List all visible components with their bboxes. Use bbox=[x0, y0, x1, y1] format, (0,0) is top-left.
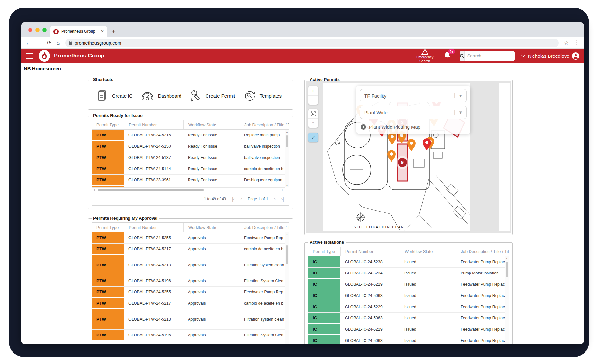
permit-type-cell[interactable]: IC bbox=[308, 313, 340, 324]
table-row[interactable]: IC GLOBAL-IC-24-5234 Issued Pump Motor I… bbox=[308, 268, 509, 279]
next-page-button[interactable]: › bbox=[274, 196, 276, 202]
workflow-state-cell[interactable]: Approvals bbox=[183, 255, 240, 275]
permit-type-cell[interactable]: PTW bbox=[92, 309, 124, 329]
workflow-state-cell[interactable]: Issued bbox=[400, 313, 456, 324]
job-description-cell[interactable]: Feedwater Pump Rep bbox=[240, 232, 289, 243]
permit-number-cell[interactable]: GLOBAL-PTW-23-3961 bbox=[124, 175, 183, 186]
workflow-state-cell[interactable]: Ready For Issue bbox=[183, 163, 240, 174]
permit-type-cell[interactable]: PTW bbox=[92, 152, 124, 163]
job-description-cell[interactable]: Filtration system clean bbox=[240, 255, 289, 275]
reload-icon[interactable]: ⟳ bbox=[47, 39, 51, 46]
notifications-button[interactable]: 9+ bbox=[444, 51, 453, 61]
browser-tab[interactable]: Prometheus Group ✕ bbox=[50, 26, 107, 37]
permit-number-cell[interactable]: GLOBAL-PTW-24-5213 bbox=[124, 255, 183, 275]
workflow-state-cell[interactable]: Approvals bbox=[183, 330, 240, 341]
facility-select[interactable]: TF Facility | ▼ bbox=[360, 89, 467, 102]
global-search[interactable] bbox=[460, 51, 515, 61]
job-description-cell[interactable]: Feedwater Pump Replacer bbox=[456, 335, 509, 344]
permit-number-cell[interactable]: GLOBAL-PTW-24-5217 bbox=[124, 298, 183, 309]
permit-type-cell[interactable]: PTW bbox=[92, 141, 124, 152]
table-row[interactable]: IC GLOBAL-IC-24-5229 Issued Feedwater Pu… bbox=[308, 301, 509, 313]
permit-type-cell[interactable]: PTW bbox=[92, 163, 124, 174]
table-row[interactable]: PTW GLOBAL-PTW-24-5213 Approvals Filtrat… bbox=[92, 309, 289, 330]
pan-mode-button[interactable]: ↙ bbox=[308, 133, 318, 142]
permit-type-cell[interactable]: IC bbox=[308, 290, 340, 301]
job-description-cell[interactable]: ball valve inspection bbox=[240, 152, 289, 163]
last-page-button[interactable]: ›| bbox=[281, 196, 284, 202]
permit-number-cell[interactable]: GLOBAL-IC-24-5229 bbox=[340, 279, 400, 290]
tab-close-icon[interactable]: ✕ bbox=[101, 29, 104, 34]
zoom-out-button[interactable]: − bbox=[308, 95, 318, 105]
workflow-state-cell[interactable]: Issued bbox=[400, 279, 456, 290]
maximize-window-button[interactable] bbox=[42, 28, 47, 32]
plotting-map-row[interactable]: i Plant Wide Plotting Map bbox=[360, 122, 467, 131]
scrollbar-thumb[interactable] bbox=[98, 189, 204, 191]
job-description-cell[interactable]: cambio de aceite en b bbox=[240, 244, 289, 255]
workflow-state-cell[interactable]: Issued bbox=[400, 301, 456, 312]
permit-number-cell[interactable]: GLOBAL-IC-24-5063 bbox=[340, 335, 400, 344]
permit-type-cell[interactable]: PTW bbox=[92, 232, 124, 243]
table-row[interactable]: IC GLOBAL-IC-24-5229 Issued Feedwater Pu… bbox=[308, 279, 509, 290]
prev-page-button[interactable]: ‹ bbox=[240, 196, 242, 202]
permit-number-cell[interactable]: GLOBAL-IC-24-5238 bbox=[340, 256, 400, 267]
table-row[interactable]: PTW GLOBAL-PTW-24-5150 Ready For Issue b… bbox=[92, 141, 289, 152]
emergency-search-button[interactable]: Emergency Search bbox=[413, 49, 437, 63]
column-header[interactable]: Permit Type bbox=[92, 223, 124, 232]
permit-type-cell[interactable]: PTW bbox=[92, 130, 124, 141]
table-row[interactable]: PTW GLOBAL-PTW-24-5217 Approvals cambio … bbox=[92, 298, 289, 309]
permit-type-cell[interactable]: PTW bbox=[92, 330, 124, 341]
scrollbar-thumb[interactable] bbox=[506, 262, 508, 277]
job-description-cell[interactable]: Feedwater Pump Replacer bbox=[456, 290, 509, 301]
browser-menu-icon[interactable]: ⋮ bbox=[574, 39, 579, 46]
column-header[interactable]: Job Description / Title / Título bbox=[456, 247, 509, 256]
workflow-state-cell[interactable]: Ready For Issue bbox=[183, 175, 240, 186]
workflow-state-cell[interactable]: Approvals bbox=[183, 244, 240, 255]
workflow-state-cell[interactable]: Ready For Issue bbox=[183, 141, 240, 152]
address-bar[interactable]: prometheusgroup.com bbox=[65, 39, 559, 47]
workflow-state-cell[interactable]: Issued bbox=[400, 256, 456, 267]
table-row[interactable]: IC GLOBAL-IC-24-5063 Issued Feedwater Pu… bbox=[308, 335, 509, 344]
permit-number-cell[interactable]: GLOBAL-IC-24-5063 bbox=[340, 290, 400, 301]
permit-type-cell[interactable]: IC bbox=[308, 268, 340, 279]
table-row[interactable]: IC GLOBAL-IC-24-5238 Issued Feedwater Pu… bbox=[308, 256, 509, 268]
table-row[interactable]: PTW GLOBAL-PTW-24-5196 Approvals Filtrat… bbox=[92, 330, 289, 341]
job-description-cell[interactable]: cambio de aceite en b bbox=[240, 163, 289, 174]
minimize-window-button[interactable] bbox=[35, 28, 40, 32]
column-header[interactable]: Permit Number bbox=[124, 120, 183, 129]
first-page-button[interactable]: |‹ bbox=[232, 196, 234, 202]
workflow-state-cell[interactable]: Approvals bbox=[183, 232, 240, 243]
permit-type-cell[interactable]: PTW bbox=[92, 287, 124, 298]
prometheus-logo[interactable] bbox=[39, 50, 50, 62]
shortcut-create-ic[interactable]: Create IC bbox=[97, 89, 133, 102]
permit-number-cell[interactable]: GLOBAL-PTW-24-5213 bbox=[124, 309, 183, 329]
table-row[interactable]: IC GLOBAL-IC-24-5229 Issued Feedwater Pu… bbox=[308, 324, 509, 335]
map-select[interactable]: Plant Wide | ▼ bbox=[360, 106, 467, 119]
permit-number-cell[interactable]: GLOBAL-PTW-24-5216 bbox=[124, 130, 183, 141]
job-description-cell[interactable]: Feedwater Pump Rep bbox=[240, 287, 289, 298]
job-description-cell[interactable]: Feedwater Pump Replacer bbox=[456, 301, 509, 312]
job-description-cell[interactable]: Pump Motor Isolation bbox=[456, 268, 509, 279]
bookmark-star-icon[interactable]: ☆ bbox=[564, 39, 569, 46]
column-header[interactable]: Workflow State bbox=[400, 247, 456, 256]
permit-type-cell[interactable]: PTW bbox=[92, 255, 124, 275]
shortcut-create-permit[interactable]: Create Permit bbox=[189, 89, 235, 102]
permit-type-cell[interactable]: IC bbox=[308, 279, 340, 290]
workflow-state-cell[interactable]: Approvals bbox=[183, 309, 240, 329]
url-text[interactable]: prometheusgroup.com bbox=[75, 40, 121, 46]
permit-number-cell[interactable]: GLOBAL-PTW-24-5255 bbox=[124, 232, 183, 243]
permit-type-cell[interactable]: PTW bbox=[92, 175, 124, 186]
table-row[interactable]: IC GLOBAL-IC-24-5063 Issued Feedwater Pu… bbox=[308, 290, 509, 301]
job-description-cell[interactable]: cambio de aceite en b bbox=[240, 298, 289, 309]
vertical-scrollbar[interactable]: ▲ ▼ bbox=[505, 256, 509, 344]
column-header[interactable]: Permit Number bbox=[340, 247, 400, 256]
table-row[interactable]: PTW GLOBAL-PTW-24-5137 Ready For Issue b… bbox=[92, 152, 289, 163]
column-header[interactable]: Workflow State bbox=[183, 223, 240, 232]
table-row[interactable]: PTW GLOBAL-PTW-24-5216 Ready For Issue R… bbox=[92, 130, 289, 141]
job-description-cell[interactable]: ball valve inspection bbox=[240, 141, 289, 152]
vertical-scrollbar[interactable]: ▲ ▼ bbox=[285, 232, 289, 344]
back-icon[interactable]: ← bbox=[26, 40, 31, 46]
workflow-state-cell[interactable]: Ready For Issue bbox=[183, 130, 240, 141]
forward-icon[interactable]: → bbox=[36, 40, 42, 46]
workflow-state-cell[interactable]: Issued bbox=[400, 290, 456, 301]
table-row[interactable]: PTW GLOBAL-PTW-23-3961 Ready For Issue D… bbox=[92, 175, 289, 186]
